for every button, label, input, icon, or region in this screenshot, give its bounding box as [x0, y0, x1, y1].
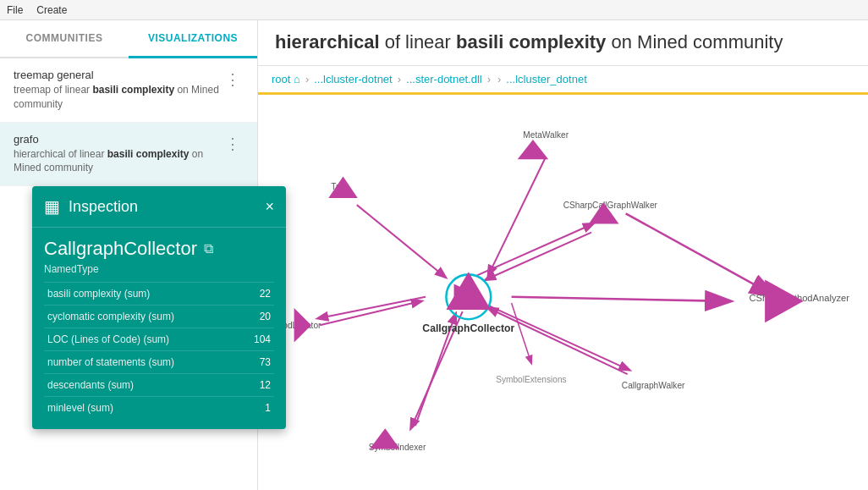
- metric-row: LOC (Lines of Code) (sum)104: [44, 328, 274, 351]
- list-item[interactable]: grafo hierarchical of linear basili comp…: [0, 123, 257, 187]
- inspection-metrics-table: basili complexity (sum)22cyclomatic comp…: [44, 282, 274, 419]
- breadcrumb-dll[interactable]: ...ster-dotnet.dll: [406, 73, 482, 85]
- item-menu-treemap[interactable]: ⋮: [222, 69, 244, 91]
- svg-marker-25: [765, 279, 804, 322]
- graph-area: CallgraphCollector CSharpMethodAnalyzer …: [258, 95, 868, 490]
- main-content: hierarchical of linear basili complexity…: [258, 20, 868, 490]
- home-icon: root ⌂: [272, 73, 300, 85]
- item-title-grafo: grafo: [14, 133, 222, 146]
- menu-create[interactable]: Create: [36, 4, 67, 16]
- copy-icon[interactable]: ⧉: [204, 241, 213, 256]
- page-title: hierarchical of linear basili complexity…: [275, 30, 851, 55]
- svg-marker-27: [294, 308, 311, 343]
- inspection-close-button[interactable]: ×: [265, 198, 274, 216]
- svg-line-4: [357, 205, 446, 277]
- svg-marker-28: [370, 428, 400, 449]
- metric-label: cyclomatic complexity (sum): [44, 306, 239, 328]
- svg-text:CallgraphWalker: CallgraphWalker: [622, 381, 685, 390]
- metric-row: number of statements (sum)73: [44, 351, 274, 374]
- item-menu-grafo[interactable]: ⋮: [222, 133, 244, 155]
- svg-line-5: [318, 296, 426, 317]
- metric-row: descendants (sum)12: [44, 374, 274, 397]
- breadcrumb-root[interactable]: root ⌂: [272, 73, 300, 85]
- svg-line-1: [477, 223, 593, 275]
- item-desc-treemap: treemap of linear basili complexity on M…: [14, 83, 222, 112]
- inspection-title: Inspection: [69, 198, 256, 216]
- breadcrumb-dotnet[interactable]: ...lcluster_dotnet: [506, 73, 586, 85]
- inspection-node-type: NamedType: [44, 263, 274, 275]
- tab-visualizations[interactable]: VISUALIZATIONS: [129, 20, 257, 58]
- chevron-right-icon-4: ›: [497, 73, 501, 85]
- svg-text:CSharpCallGraphWalker: CSharpCallGraphWalker: [563, 201, 658, 210]
- sidebar-tabs: COMMUNITIES VISUALIZATIONS: [0, 20, 257, 58]
- metric-value: 22: [239, 283, 274, 306]
- metric-value: 73: [239, 351, 274, 374]
- svg-line-6: [320, 300, 421, 324]
- metric-label: number of statements (sum): [44, 351, 239, 374]
- metric-label: basili complexity (sum): [44, 283, 239, 306]
- svg-text:MetaWalker: MetaWalker: [523, 130, 569, 140]
- metric-value: 104: [239, 328, 274, 351]
- svg-marker-30: [518, 140, 549, 159]
- svg-line-9: [488, 306, 629, 370]
- menu-file[interactable]: File: [7, 4, 23, 16]
- item-title-treemap: treemap general: [14, 69, 222, 81]
- metric-value: 12: [239, 374, 274, 397]
- sidebar: COMMUNITIES VISUALIZATIONS treemap gener…: [0, 20, 258, 490]
- metric-value: 20: [239, 306, 274, 328]
- breadcrumb-lcluster[interactable]: ...lcluster-dotnet: [314, 73, 393, 85]
- breadcrumb: root ⌂ › ...lcluster-dotnet › ...ster-do…: [258, 66, 868, 95]
- metric-label: minlevel (sum): [44, 397, 239, 420]
- svg-line-12: [626, 213, 772, 294]
- metric-label: LOC (Lines of Code) (sum): [44, 328, 239, 351]
- svg-line-0: [512, 296, 727, 300]
- tab-communities[interactable]: COMMUNITIES: [0, 20, 129, 57]
- item-desc-grafo: hierarchical of linear basili complexity…: [14, 147, 222, 176]
- chevron-right-icon-3: ›: [487, 73, 491, 85]
- metric-row: minlevel (sum)1: [44, 397, 274, 420]
- metric-label: descendants (sum): [44, 374, 239, 397]
- main-layout: COMMUNITIES VISUALIZATIONS treemap gener…: [0, 20, 868, 490]
- metric-value: 1: [239, 397, 274, 420]
- content-header: hierarchical of linear basili complexity…: [258, 20, 868, 66]
- chevron-right-icon-2: ›: [398, 73, 401, 85]
- metric-row: basili complexity (sum)22: [44, 283, 274, 306]
- svg-text:SymbolExtensions: SymbolExtensions: [496, 375, 566, 384]
- svg-text:CallgraphCollector: CallgraphCollector: [422, 322, 514, 334]
- inspection-panel: ▦ Inspection × CallgraphCollector ⧉ Name…: [32, 186, 286, 429]
- svg-line-2: [486, 232, 591, 279]
- barchart-icon: ▦: [44, 196, 60, 217]
- list-item[interactable]: treemap general treemap of linear basili…: [0, 58, 257, 123]
- menubar: File Create: [0, 0, 868, 20]
- graph-visualization[interactable]: CallgraphCollector CSharpMethodAnalyzer …: [258, 95, 868, 490]
- svg-line-10: [488, 308, 628, 374]
- inspection-node-name: CallgraphCollector: [44, 238, 197, 260]
- chevron-right-icon: ›: [305, 73, 309, 85]
- metric-row: cyclomatic complexity (sum)20: [44, 306, 274, 328]
